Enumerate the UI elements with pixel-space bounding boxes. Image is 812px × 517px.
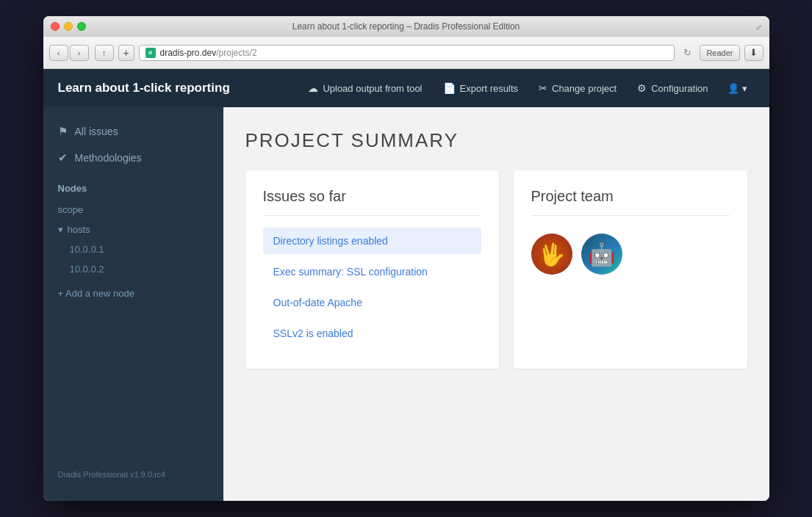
avatar-robot (581, 234, 622, 275)
browser-chrome: ‹ › ↑ + d dradis-pro.dev/projects/2 ↻ Re… (43, 37, 769, 69)
sidebar-node-scope[interactable]: scope (43, 200, 223, 220)
sidebar: ⚑ All issues ✔ Methodologies Nodes scope… (43, 107, 223, 501)
issue-item-directory[interactable]: Directory listings enabled (263, 228, 481, 254)
team-card-title: Project team (531, 188, 730, 216)
forward-button[interactable]: › (70, 45, 89, 61)
change-icon: ✂ (539, 82, 547, 94)
sidebar-label-methodologies: Methodologies (75, 152, 142, 164)
sidebar-node-hosts[interactable]: ▾ hosts (43, 220, 223, 239)
nodes-section-title: Nodes (43, 171, 223, 200)
methodologies-icon: ✔ (58, 151, 68, 164)
config-icon: ⚙ (637, 82, 647, 94)
back-button[interactable]: ‹ (49, 45, 68, 61)
export-icon: 📄 (443, 82, 456, 94)
upload-icon: ☁ (308, 82, 318, 94)
sidebar-footer: Dradis Professional v1.9.0.rc4 (43, 459, 223, 490)
window-controls-right: ⤢ (755, 20, 762, 33)
sidebar-node-10002[interactable]: 10.0.0.2 (43, 259, 223, 279)
add-tab-button[interactable]: + (118, 45, 134, 61)
maximize-button[interactable] (77, 22, 86, 31)
reload-button[interactable]: ↻ (679, 45, 695, 61)
cards-row: Issues so far Directory listings enabled… (245, 170, 747, 369)
change-label: Change project (552, 83, 617, 94)
page-content: PROJECT SUMMARY Issues so far Directory … (223, 107, 769, 501)
app: Learn about 1-click reporting ☁ Upload o… (43, 69, 769, 501)
upload-button[interactable]: ☁ Upload output from tool (299, 78, 431, 98)
app-nav: ☁ Upload output from tool 📄 Export resul… (299, 78, 754, 98)
title-bar: Learn about 1-click reporting – Dradis P… (43, 16, 769, 37)
team-card: Project team (514, 170, 747, 369)
issues-card-title: Issues so far (263, 188, 481, 216)
address-bar[interactable]: d dradis-pro.dev/projects/2 (139, 45, 675, 61)
issues-icon: ⚑ (58, 125, 68, 138)
close-button[interactable] (51, 22, 60, 31)
export-button[interactable]: 📄 Export results (434, 78, 527, 98)
change-project-button[interactable]: ✂ Change project (530, 78, 625, 98)
reader-button[interactable]: Reader (700, 45, 739, 61)
main-content: ⚑ All issues ✔ Methodologies Nodes scope… (43, 107, 769, 501)
sidebar-label-all-issues: All issues (75, 126, 118, 137)
issue-item-sslv2[interactable]: SSLv2 is enabled (263, 320, 481, 347)
issue-item-apache[interactable]: Out-of-date Apache (263, 289, 481, 316)
page-title: PROJECT SUMMARY (245, 129, 747, 152)
browser-window: Learn about 1-click reporting – Dradis P… (43, 16, 769, 501)
app-logo: Learn about 1-click reporting (58, 81, 230, 95)
upload-label: Upload output from tool (323, 83, 422, 94)
favicon: d (145, 48, 156, 58)
sidebar-item-all-issues[interactable]: ⚑ All issues (43, 118, 223, 145)
team-avatars (531, 228, 730, 275)
issue-item-ssl[interactable]: Exec summary: SSL configuration (263, 258, 481, 285)
add-node-button[interactable]: + Add a new node (43, 279, 223, 308)
config-label: Configuration (651, 83, 708, 94)
user-menu[interactable]: 👤 ▾ (720, 79, 755, 98)
avatar-spock (531, 234, 572, 275)
configuration-button[interactable]: ⚙ Configuration (628, 78, 716, 98)
export-label: Export results (460, 83, 518, 94)
app-header: Learn about 1-click reporting ☁ Upload o… (43, 69, 769, 107)
traffic-lights (51, 22, 86, 31)
collapse-icon: ▾ (58, 224, 63, 235)
resize-icon: ⤢ (755, 23, 762, 32)
window-title: Learn about 1-click reporting – Dradis P… (292, 21, 520, 32)
share-button[interactable]: ↑ (95, 45, 114, 61)
sidebar-node-10001[interactable]: 10.0.0.1 (43, 239, 223, 259)
nav-buttons: ‹ › (49, 45, 89, 61)
download-button[interactable]: ⬇ (744, 45, 764, 61)
minimize-button[interactable] (64, 22, 73, 31)
issues-card: Issues so far Directory listings enabled… (245, 170, 499, 369)
hosts-label: hosts (68, 224, 90, 235)
user-icon: 👤 (727, 83, 739, 94)
user-chevron: ▾ (742, 83, 747, 94)
url-display: dradis-pro.dev/projects/2 (160, 48, 257, 58)
sidebar-item-methodologies[interactable]: ✔ Methodologies (43, 145, 223, 171)
